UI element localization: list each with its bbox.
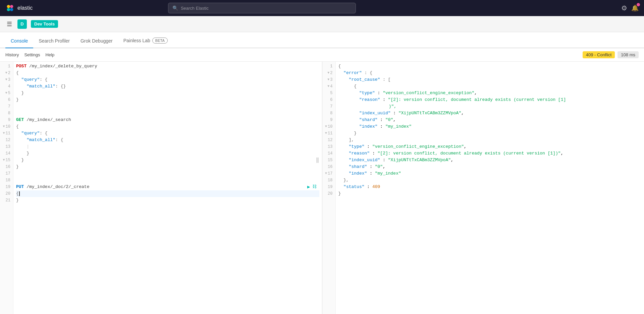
line-num-1: 1 <box>0 63 13 70</box>
line-num-8: 8 <box>0 110 13 117</box>
editor-line-4: "match_all": {} <box>16 83 319 90</box>
line-num-16: 16 <box>0 164 13 170</box>
resp-line-11: ], <box>338 137 642 143</box>
resp-line-17: }, <box>338 177 642 184</box>
line-num-2: ▼2 <box>0 70 13 76</box>
code-area: 1 ▼2 ▼3 4 ▼5 6 7 8 9 ▼10 ▼11 12 13 14 ▼1… <box>0 62 322 314</box>
line-num-13: 13 <box>0 143 13 150</box>
editor-line-18 <box>16 177 319 184</box>
sub-toolbar: History Settings Help 409 - Conflict 108… <box>0 48 644 62</box>
search-icon: 🔍 <box>172 5 178 11</box>
status-badge: 409 - Conflict <box>583 51 615 58</box>
editor-line-10: { <box>16 123 319 130</box>
resp-line-16: "index" : "my_index" <box>338 170 642 177</box>
line-num-3: ▼3 <box>0 76 13 83</box>
response-code-area: 1 ▼2 ▼3 ▼4 5 6 7 8 9 ▼10 ▼11 12 13 14 15… <box>322 62 644 314</box>
resp-line-1: { <box>338 63 642 70</box>
editor-line-11: "query": { <box>16 130 319 137</box>
action-icons-19: ▶ ⛓ <box>307 184 316 190</box>
tab-grok-debugger[interactable]: Grok Debugger <box>75 34 118 48</box>
line-num-10: ▼10 <box>0 123 13 130</box>
editor-line-12: "match_all": { <box>16 137 319 143</box>
tab-console[interactable]: Console <box>5 34 33 48</box>
resp-line-20 <box>338 197 642 204</box>
editor-line-1: POST /my_index/_delete_by_query <box>16 63 319 70</box>
line-num-12: 12 <box>0 137 13 143</box>
line-numbers: 1 ▼2 ▼3 4 ▼5 6 7 8 9 ▼10 ▼11 12 13 14 ▼1… <box>0 62 13 314</box>
svg-point-2 <box>7 8 10 11</box>
hamburger-menu-button[interactable]: ☰ <box>5 19 13 29</box>
elastic-logo[interactable]: elastic <box>5 3 33 13</box>
editor-line-20: { <box>16 190 319 197</box>
svg-point-1 <box>10 5 13 8</box>
resp-line-9: "index" : "my_index" <box>338 123 642 130</box>
help-button[interactable]: Help <box>45 52 54 57</box>
line-num-21: 21 <box>0 197 13 204</box>
settings-nav-icon[interactable]: ⚙ <box>621 4 627 12</box>
tab-bar: Console Search Profiler Grok Debugger Pa… <box>0 32 644 48</box>
editor-line-17 <box>16 170 319 177</box>
main-content: 1 ▼2 ▼3 4 ▼5 6 7 8 9 ▼10 ▼11 12 13 14 ▼1… <box>0 62 644 314</box>
resp-line-18: "status" : 409 <box>338 184 642 190</box>
resp-line-12: "type" : "version_conflict_engine_except… <box>338 143 642 150</box>
resp-line-7: "index_uuid" : "XijpUNTtTxCABm3ZZMVpoA", <box>338 110 642 117</box>
line-num-19: 19 <box>0 184 13 190</box>
tab-painless-lab[interactable]: Painless Lab BETA <box>118 34 173 48</box>
top-navigation: elastic 🔍 Search Elastic ⚙ 🔔 <box>0 0 644 16</box>
line-num-18: 18 <box>0 177 13 184</box>
line-num-7: 7 <box>0 103 13 110</box>
line-num-20: 20 <box>0 190 13 197</box>
resp-line-4: { <box>338 83 642 90</box>
editor-line-2: { <box>16 70 319 76</box>
notification-nav-icon[interactable]: 🔔 <box>631 4 639 12</box>
elastic-logo-icon <box>5 3 15 13</box>
time-badge: 108 ms <box>618 51 639 58</box>
tab-search-profiler[interactable]: Search Profiler <box>33 34 75 48</box>
second-navigation: ☰ D Dev Tools <box>0 16 644 32</box>
history-button[interactable]: History <box>5 52 19 57</box>
panel-resize-handle[interactable]: ‖ <box>316 157 319 164</box>
svg-point-3 <box>10 8 13 11</box>
resp-line-15: "shard" : "0", <box>338 164 642 170</box>
resp-line-10: } <box>338 130 642 137</box>
response-code-content: { "error" : { "root_cause" : [ { <box>336 62 644 314</box>
editor-line-8 <box>16 110 319 117</box>
line-num-15: ▼15 <box>0 157 13 164</box>
response-line-numbers: 1 ▼2 ▼3 ▼4 5 6 7 8 9 ▼10 ▼11 12 13 14 15… <box>322 62 336 314</box>
editor-line-16: } <box>16 164 319 170</box>
editor-line-7 <box>16 103 319 110</box>
editor-line-13: | <box>16 143 319 150</box>
resp-line-8: "shard" : "0", <box>338 117 642 123</box>
resp-line-13: "reason" : "[2]: version conflict, docum… <box>338 150 642 157</box>
copy-icon[interactable]: ⛓ <box>312 184 317 190</box>
beta-badge: BETA <box>152 38 168 44</box>
global-search-bar[interactable]: 🔍 Search Elastic <box>168 3 356 13</box>
resp-line-6: "reason" : "[2]: version conflict, docum… <box>338 97 642 110</box>
resp-line-2: "error" : { <box>338 70 642 76</box>
status-indicators: 409 - Conflict 108 ms <box>583 51 639 58</box>
user-avatar: D <box>17 19 27 29</box>
resp-line-3: "root_cause" : [ <box>338 76 642 83</box>
search-placeholder: Search Elastic <box>181 6 209 11</box>
elastic-text: elastic <box>17 5 33 11</box>
nav-icons: ⚙ 🔔 <box>621 4 639 12</box>
dev-tools-badge[interactable]: Dev Tools <box>31 20 58 28</box>
line-num-17: 17 <box>0 170 13 177</box>
line-num-11: ▼11 <box>0 130 13 137</box>
response-panel: 1 ▼2 ▼3 ▼4 5 6 7 8 9 ▼10 ▼11 12 13 14 15… <box>322 62 644 314</box>
resp-line-19: } <box>338 190 642 197</box>
settings-button[interactable]: Settings <box>24 52 40 57</box>
code-content[interactable]: POST /my_index/_delete_by_query { "query… <box>13 62 322 314</box>
line-num-5: ▼5 <box>0 90 13 97</box>
line-num-6: 6 <box>0 97 13 103</box>
editor-line-9: GET /my_index/_search <box>16 117 319 123</box>
editor-panel[interactable]: 1 ▼2 ▼3 4 ▼5 6 7 8 9 ▼10 ▼11 12 13 14 ▼1… <box>0 62 322 314</box>
run-icon[interactable]: ▶ <box>307 184 310 190</box>
resp-line-5: "type" : "version_conflict_engine_except… <box>338 90 642 97</box>
line-num-14: 14 <box>0 150 13 157</box>
line-num-9: 9 <box>0 117 13 123</box>
notification-badge <box>637 3 640 6</box>
line-num-4: 4 <box>0 83 13 90</box>
editor-line-19: PUT /my_index/_doc/2/_create ▶ ⛓ <box>16 184 319 190</box>
resp-line-14: "index_uuid" : "XijpUNTtTxCABm3ZZMVpoA", <box>338 157 642 164</box>
